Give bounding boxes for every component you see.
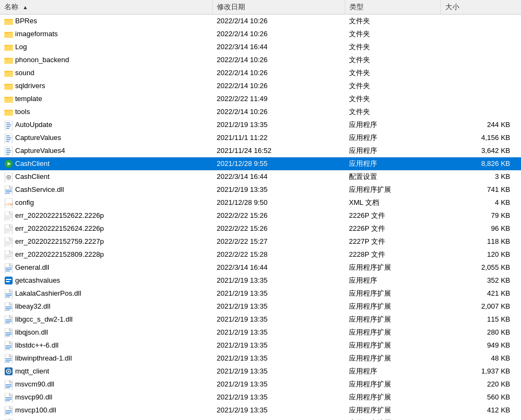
file-size: 4 KB xyxy=(441,196,521,209)
file-size xyxy=(441,41,521,54)
file-date: 2021/11/24 16:52 xyxy=(213,144,345,157)
table-row[interactable]: sqldrivers 2022/2/14 10:26 文件夹 xyxy=(0,79,521,92)
file-name-cell: libstdc++-6.dll xyxy=(0,339,213,352)
file-name-cell: LakalaCashierPos.dll xyxy=(0,287,213,300)
file-size: 120 KB xyxy=(441,248,521,261)
table-row[interactable]: CaptureValues 2021/11/1 11:22 应用程序 4,156… xyxy=(0,131,521,144)
file-name: CaptureValues xyxy=(15,134,61,142)
table-row[interactable]: phonon_backend 2022/2/14 10:26 文件夹 xyxy=(0,54,521,66)
file-type: 应用程序 xyxy=(345,118,441,131)
file-icon xyxy=(4,224,13,233)
table-row[interactable]: CashClient 2021/12/28 9:55 应用程序 8,826 KB xyxy=(0,157,521,170)
col-header-date[interactable]: 修改日期 xyxy=(213,0,345,15)
file-name-cell: libgcc_s_dw2-1.dll xyxy=(0,313,213,326)
table-row[interactable]: LakalaCashierPos.dll 2021/2/19 13:35 应用程… xyxy=(0,287,521,300)
dll-icon xyxy=(4,263,13,272)
table-row[interactable]: AutoUpdate 2021/2/19 13:35 应用程序 244 KB xyxy=(0,118,521,131)
file-name-cell: mqtt_client xyxy=(0,365,213,378)
file-date: 2022/2/22 15:26 xyxy=(213,209,345,222)
svg-rect-23 xyxy=(4,110,8,111)
svg-rect-102 xyxy=(5,385,11,386)
file-date: 2021/2/19 13:35 xyxy=(213,391,345,404)
table-row[interactable]: msvcp100.dll 2021/2/19 13:35 应用程序扩展 412 … xyxy=(0,404,521,417)
file-date: 2022/2/22 15:26 xyxy=(213,222,345,235)
file-name-cell: phonon_backend xyxy=(0,54,213,66)
file-name-cell: getcashvalues xyxy=(0,274,213,287)
table-row[interactable]: BPRes 2022/2/14 10:26 文件夹 xyxy=(0,15,521,28)
file-type: 文件夹 xyxy=(345,66,441,79)
table-row[interactable]: libstdc++-6.dll 2021/2/19 13:35 应用程序扩展 9… xyxy=(0,339,521,352)
folder-icon xyxy=(4,95,13,103)
col-header-name[interactable]: 名称 ▲ xyxy=(0,0,213,15)
file-date: 2022/2/14 10:26 xyxy=(213,54,345,66)
file-date: 2021/12/28 9:55 xyxy=(213,157,345,170)
table-row[interactable]: CashService.dll 2021/2/19 13:35 应用程序扩展 7… xyxy=(0,183,521,196)
table-row[interactable]: CaptureValues4 2021/11/24 16:52 应用程序 3,6… xyxy=(0,144,521,157)
col-header-type[interactable]: 类型 xyxy=(345,0,441,15)
file-size xyxy=(441,66,521,79)
file-name: getcashvalues xyxy=(15,276,60,284)
file-type: 2227P 文件 xyxy=(345,235,441,248)
table-row[interactable]: imageformats 2022/2/14 10:26 文件夹 xyxy=(0,28,521,41)
svg-rect-26 xyxy=(6,124,11,125)
svg-rect-53 xyxy=(5,218,10,219)
file-date: 2022/3/14 16:44 xyxy=(213,41,345,54)
table-row[interactable]: getcashvalues 2021/2/19 13:35 应用程序 352 K… xyxy=(0,274,521,287)
table-row[interactable]: libeay32.dll 2021/2/19 13:35 应用程序扩展 2,00… xyxy=(0,300,521,313)
svg-rect-27 xyxy=(6,126,10,127)
file-type: XML 文档 xyxy=(345,196,441,209)
table-row[interactable]: err_20220222152759.2227p 2022/2/22 15:27… xyxy=(0,235,521,248)
svg-rect-94 xyxy=(5,358,11,358)
table-row[interactable]: mqtt_client 2021/2/19 13:35 应用程序 1,937 K… xyxy=(0,365,521,378)
dll-icon xyxy=(4,185,13,194)
svg-rect-51 xyxy=(5,215,11,216)
table-row[interactable]: template 2022/2/22 11:49 文件夹 xyxy=(0,92,521,105)
file-explorer[interactable]: 名称 ▲ 修改日期 类型 大小 BPRes xyxy=(0,0,521,420)
table-row[interactable]: <XML> config 2021/12/28 9:50 XML 文档 4 KB xyxy=(0,196,521,209)
file-icon xyxy=(4,237,13,246)
file-type: 2226P 文件 xyxy=(345,209,441,222)
table-row[interactable]: Log 2022/3/14 16:44 文件夹 xyxy=(0,41,521,54)
file-name-cell: General.dll xyxy=(0,261,213,274)
svg-rect-22 xyxy=(4,111,13,116)
file-name-cell: AutoUpdate xyxy=(0,118,213,131)
file-name-cell: libwinpthread-1.dll xyxy=(0,352,213,365)
table-row[interactable]: CashClient 2022/3/14 16:44 配置设置 3 KB xyxy=(0,170,521,183)
table-row[interactable]: err_20220222152809.2228p 2022/2/22 15:28… xyxy=(0,248,521,261)
svg-rect-45 xyxy=(5,189,11,190)
file-size: 421 KB xyxy=(441,287,521,300)
svg-rect-38 xyxy=(6,154,9,155)
svg-rect-83 xyxy=(5,321,11,321)
table-row[interactable]: General.dll 2022/3/14 16:44 应用程序扩展 2,055… xyxy=(0,261,521,274)
file-name: Log xyxy=(15,43,27,51)
file-type: 应用程序 xyxy=(345,131,441,144)
table-row[interactable]: libwinpthread-1.dll 2021/2/19 13:35 应用程序… xyxy=(0,352,521,365)
table-row[interactable]: err_20220222152622.2226p 2022/2/22 15:26… xyxy=(0,209,521,222)
svg-rect-78 xyxy=(5,306,11,306)
table-row[interactable]: libqjson.dll 2021/2/19 13:35 应用程序扩展 280 … xyxy=(0,326,521,339)
dll-icon xyxy=(4,341,13,350)
file-name-cell: libqjson.dll xyxy=(0,326,213,339)
svg-rect-16 xyxy=(4,85,13,90)
table-row[interactable]: msvcm90.dll 2021/2/19 13:35 应用程序扩展 220 K… xyxy=(0,378,521,391)
svg-rect-55 xyxy=(5,228,11,229)
file-size: 4,156 KB xyxy=(441,131,521,144)
col-header-size[interactable]: 大小 xyxy=(441,0,521,15)
svg-rect-28 xyxy=(6,128,9,129)
file-size xyxy=(441,15,521,28)
file-size xyxy=(441,92,521,105)
file-size: 352 KB xyxy=(441,274,521,287)
file-size: 2,007 KB xyxy=(441,300,521,313)
svg-rect-91 xyxy=(5,346,11,347)
table-row[interactable]: libgcc_s_dw2-1.dll 2021/2/19 13:35 应用程序扩… xyxy=(0,313,521,326)
table-row[interactable]: tools 2022/2/14 10:26 文件夹 xyxy=(0,105,521,118)
table-row[interactable]: err_20220222152624.2226p 2022/2/22 15:26… xyxy=(0,222,521,235)
table-row[interactable]: msvcp90.dll 2021/2/19 13:35 应用程序扩展 560 K… xyxy=(0,391,521,404)
file-date: 2022/2/22 15:27 xyxy=(213,235,345,248)
svg-rect-105 xyxy=(5,397,11,397)
table-row[interactable]: msvcr90.dll 2021/2/19 13:35 应用程序扩展 641 K… xyxy=(0,417,521,421)
file-name-cell: CashClient xyxy=(0,157,213,170)
svg-rect-69 xyxy=(5,270,10,271)
table-row[interactable]: sound 2022/2/14 10:26 文件夹 xyxy=(0,66,521,79)
file-name-cell: CaptureValues4 xyxy=(0,144,213,157)
